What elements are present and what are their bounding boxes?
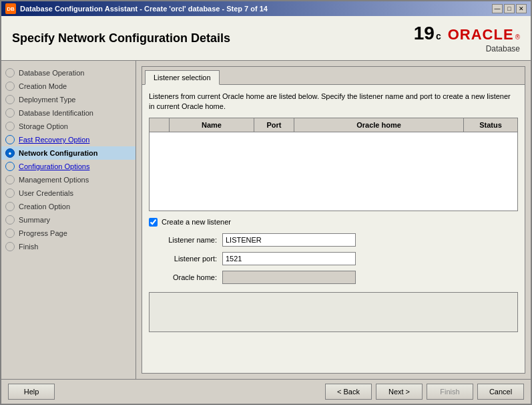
create-listener-row: Create a new listener	[149, 218, 518, 227]
oracle-brand: ORACLE	[448, 26, 514, 43]
sidebar-item-management-options[interactable]: Management Options	[1, 173, 136, 186]
listener-port-label: Listener port:	[149, 255, 222, 263]
oracle-home-input[interactable]	[222, 271, 356, 284]
sidebar-item-configuration-options[interactable]: Configuration Options	[1, 160, 136, 173]
sidebar-bullet	[5, 188, 15, 198]
maximize-button[interactable]: □	[504, 4, 515, 13]
table-header: Name Port Oracle home Status	[150, 118, 517, 132]
title-bar-left: DB Database Configuration Assistant - Cr…	[5, 3, 268, 14]
sidebar-item-label: Summary	[19, 216, 130, 224]
page-title: Specify Network Configuration Details	[12, 31, 230, 45]
cancel-button[interactable]: Cancel	[477, 384, 524, 400]
title-bar-buttons: — □ ✕	[492, 4, 527, 13]
oracle-c: c	[436, 31, 441, 41]
sidebar: Database Operation Creation Mode Deploym…	[1, 61, 136, 379]
sidebar-item-fast-recovery-option[interactable]: Fast Recovery Option	[1, 133, 136, 146]
listener-name-input[interactable]	[222, 233, 356, 247]
listener-name-row: Listener name:	[149, 233, 518, 247]
help-button[interactable]: Help	[8, 384, 55, 400]
next-button[interactable]: Next >	[376, 384, 423, 400]
main-panel: Listener selection Listeners from curren…	[136, 61, 531, 379]
sidebar-bullet	[5, 122, 15, 131]
sidebar-bullet	[5, 202, 15, 211]
sidebar-bullet	[5, 242, 15, 251]
sidebar-item-label: Database Identification	[19, 109, 130, 117]
sidebar-item-label: Progress Page	[19, 229, 130, 237]
back-button[interactable]: < Back	[325, 384, 372, 400]
tab-label: Listener selection	[154, 74, 211, 82]
tab-content: Listeners from current Oracle home are l…	[142, 84, 525, 373]
oracle-home-row: Oracle home:	[149, 271, 518, 284]
back-label: < Back	[337, 388, 360, 396]
oracle-logo: 19c ORACLE® Database	[414, 23, 520, 53]
minimize-button[interactable]: —	[492, 4, 503, 13]
sidebar-item-deployment-type[interactable]: Deployment Type	[1, 93, 136, 106]
tab-header: Listener selection	[142, 67, 525, 84]
cancel-label: Cancel	[489, 388, 512, 396]
oracle-home-label: Oracle home:	[149, 273, 222, 281]
create-listener-label[interactable]: Create a new listener	[162, 218, 231, 226]
sidebar-item-progress-page[interactable]: Progress Page	[1, 227, 136, 240]
sidebar-item-label: Network Configuration	[19, 149, 130, 157]
oracle-logo-top: 19c ORACLE®	[414, 23, 520, 44]
listener-name-label: Listener name:	[149, 236, 222, 244]
sidebar-item-label: Configuration Options	[19, 162, 130, 170]
oracle-version: 19	[414, 23, 435, 44]
listener-port-input[interactable]	[222, 252, 356, 265]
sidebar-item-creation-option[interactable]: Creation Option	[1, 200, 136, 213]
finish-label: Finish	[440, 388, 459, 396]
sidebar-item-summary[interactable]: Summary	[1, 213, 136, 227]
app-icon: DB	[5, 3, 16, 14]
create-listener-checkbox[interactable]	[149, 218, 158, 227]
sidebar-bullet	[5, 108, 15, 118]
col-header-name: Name	[170, 118, 254, 132]
finish-button[interactable]: Finish	[427, 384, 473, 400]
oracle-sub: Database	[486, 44, 520, 53]
sidebar-bullet	[5, 215, 15, 225]
next-label: Next >	[388, 388, 410, 396]
listener-table: Name Port Oracle home Status	[149, 118, 518, 211]
sidebar-bullet	[5, 175, 15, 184]
sidebar-item-label: Database Operation	[19, 69, 130, 77]
sidebar-bullet	[5, 135, 15, 144]
sidebar-bullet	[5, 82, 15, 91]
window-title: Database Configuration Assistant - Creat…	[20, 5, 268, 13]
table-body	[150, 132, 517, 186]
listener-port-row: Listener port:	[149, 252, 518, 265]
sidebar-bullet	[5, 162, 15, 171]
info-text: Listeners from current Oracle home are l…	[149, 92, 518, 112]
sidebar-item-finish[interactable]: Finish	[1, 240, 136, 253]
sidebar-item-label: Fast Recovery Option	[19, 136, 130, 144]
sidebar-item-user-credentials[interactable]: User Credentials	[1, 186, 136, 200]
col-header-status: Status	[464, 118, 517, 132]
tab-panel: Listener selection Listeners from curren…	[142, 66, 525, 374]
main-window: DB Database Configuration Assistant - Cr…	[0, 0, 532, 405]
sidebar-bullet	[5, 68, 15, 78]
sidebar-item-database-identification[interactable]: Database Identification	[1, 106, 136, 120]
col-header-port: Port	[254, 118, 294, 132]
close-button[interactable]: ✕	[516, 4, 527, 13]
sidebar-item-label: Finish	[19, 243, 130, 251]
header-band: Specify Network Configuration Details 19…	[1, 16, 531, 61]
sidebar-item-label: Deployment Type	[19, 96, 130, 104]
sidebar-item-creation-mode[interactable]: Creation Mode	[1, 80, 136, 93]
sidebar-item-storage-option[interactable]: Storage Option	[1, 120, 136, 133]
sidebar-item-network-configuration[interactable]: ● Network Configuration	[1, 146, 136, 160]
footer-right: < Back Next > Finish Cancel	[325, 384, 524, 400]
sidebar-bullet	[5, 95, 15, 104]
tab-listener-selection[interactable]: Listener selection	[145, 70, 220, 85]
sidebar-item-label: Creation Mode	[19, 82, 130, 90]
sidebar-item-label: Management Options	[19, 176, 130, 184]
footer: Help < Back Next > Finish Cancel	[1, 379, 531, 404]
sidebar-bullet	[5, 229, 15, 238]
content-area: Database Operation Creation Mode Deploym…	[1, 61, 531, 379]
sidebar-item-label: Storage Option	[19, 122, 130, 130]
sidebar-item-label: Creation Option	[19, 202, 130, 211]
col-header-oracle-home: Oracle home	[294, 118, 464, 132]
sidebar-item-database-operation[interactable]: Database Operation	[1, 66, 136, 80]
bottom-info-panel	[149, 292, 518, 332]
sidebar-bullet: ●	[5, 148, 15, 158]
sidebar-item-label: User Credentials	[19, 189, 130, 197]
col-header-select	[150, 118, 170, 132]
help-label: Help	[24, 388, 39, 396]
